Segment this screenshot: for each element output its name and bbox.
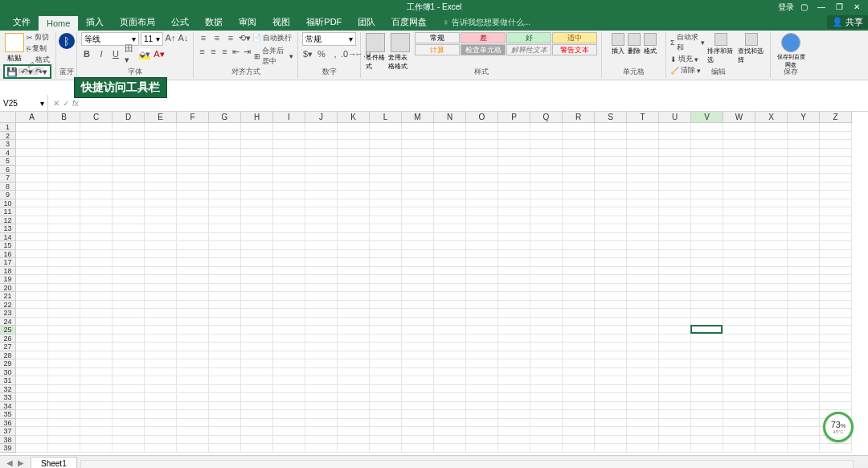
- cell[interactable]: [305, 444, 338, 453]
- row-header[interactable]: 24: [0, 318, 16, 326]
- cell[interactable]: [305, 326, 338, 335]
- cell[interactable]: [273, 267, 305, 276]
- cell[interactable]: [530, 385, 563, 394]
- cell[interactable]: [755, 140, 788, 149]
- cell[interactable]: [498, 444, 530, 453]
- cell[interactable]: [80, 157, 113, 166]
- cell[interactable]: [402, 301, 434, 310]
- cell[interactable]: [113, 149, 145, 158]
- cell[interactable]: [209, 427, 241, 436]
- cell[interactable]: [80, 444, 113, 453]
- cell[interactable]: [466, 436, 498, 445]
- cell[interactable]: [627, 351, 659, 360]
- cell[interactable]: [209, 359, 241, 368]
- cell[interactable]: [273, 292, 305, 301]
- cell[interactable]: [370, 140, 402, 149]
- cell[interactable]: [755, 207, 788, 216]
- select-all-button[interactable]: [0, 112, 16, 123]
- cell[interactable]: [338, 335, 370, 343]
- cell[interactable]: [209, 174, 241, 183]
- cell[interactable]: [273, 444, 305, 453]
- cell[interactable]: [80, 359, 113, 368]
- cell[interactable]: [563, 444, 595, 453]
- cell[interactable]: [370, 258, 402, 267]
- cell[interactable]: [563, 292, 595, 301]
- cell[interactable]: [80, 436, 113, 445]
- cell[interactable]: [113, 267, 145, 276]
- cell[interactable]: [370, 183, 402, 191]
- row-header[interactable]: 21: [0, 292, 16, 301]
- style-good[interactable]: 好: [506, 32, 551, 43]
- cell[interactable]: [305, 427, 338, 436]
- cell[interactable]: [595, 132, 627, 141]
- cell[interactable]: [595, 436, 627, 445]
- cell[interactable]: [80, 419, 113, 428]
- cell[interactable]: [209, 402, 241, 411]
- cell[interactable]: [145, 292, 177, 301]
- cell[interactable]: [820, 402, 852, 411]
- cell[interactable]: [434, 284, 466, 293]
- cell[interactable]: [113, 207, 145, 216]
- enter-formula-icon[interactable]: ✓: [63, 99, 69, 108]
- col-header[interactable]: V: [691, 112, 723, 123]
- cell[interactable]: [723, 199, 755, 208]
- cell[interactable]: [755, 385, 788, 394]
- cell[interactable]: [530, 309, 563, 318]
- cell[interactable]: [788, 250, 820, 259]
- cell[interactable]: [113, 359, 145, 368]
- cell[interactable]: [466, 368, 498, 377]
- cell[interactable]: [370, 149, 402, 158]
- cell[interactable]: [466, 326, 498, 335]
- cell[interactable]: [530, 140, 563, 149]
- cell[interactable]: [530, 174, 563, 183]
- cell[interactable]: [113, 284, 145, 293]
- tab-team[interactable]: 团队: [350, 14, 383, 31]
- cell[interactable]: [145, 402, 177, 411]
- cell[interactable]: [338, 207, 370, 216]
- cell[interactable]: [627, 216, 659, 225]
- cell[interactable]: [820, 166, 852, 174]
- cell[interactable]: [691, 385, 723, 394]
- cell[interactable]: [16, 301, 48, 310]
- cell[interactable]: [402, 351, 434, 360]
- cell[interactable]: [402, 284, 434, 293]
- cell[interactable]: [145, 284, 177, 293]
- cell[interactable]: [691, 343, 723, 351]
- cell[interactable]: [820, 149, 852, 158]
- cell[interactable]: [434, 199, 466, 208]
- cell[interactable]: [788, 216, 820, 225]
- cell[interactable]: [177, 284, 209, 293]
- cell[interactable]: [627, 157, 659, 166]
- cell[interactable]: [627, 393, 659, 402]
- cell[interactable]: [627, 191, 659, 199]
- cell[interactable]: [305, 166, 338, 174]
- col-header[interactable]: L: [370, 112, 402, 123]
- cell[interactable]: [755, 436, 788, 445]
- row-header[interactable]: 18: [0, 267, 16, 276]
- cell[interactable]: [402, 410, 434, 419]
- cell[interactable]: [595, 166, 627, 174]
- tab-layout[interactable]: 页面布局: [112, 14, 163, 31]
- cell[interactable]: [466, 267, 498, 276]
- cell[interactable]: [691, 402, 723, 411]
- cell[interactable]: [241, 335, 273, 343]
- cell[interactable]: [723, 241, 755, 250]
- cell[interactable]: [305, 368, 338, 377]
- cell[interactable]: [820, 157, 852, 166]
- cell[interactable]: [177, 267, 209, 276]
- col-header[interactable]: R: [563, 112, 595, 123]
- italic-button[interactable]: I: [96, 48, 107, 60]
- cell[interactable]: [788, 233, 820, 242]
- cell[interactable]: [48, 335, 80, 343]
- cell[interactable]: [305, 385, 338, 394]
- cell[interactable]: [402, 335, 434, 343]
- cell[interactable]: [755, 284, 788, 293]
- cell[interactable]: [338, 233, 370, 242]
- cell[interactable]: [820, 241, 852, 250]
- cell[interactable]: [113, 326, 145, 335]
- cell[interactable]: [145, 224, 177, 233]
- row-header[interactable]: 26: [0, 335, 16, 343]
- cell[interactable]: [563, 174, 595, 183]
- sort-filter-button[interactable]: 排序和筛选: [706, 32, 735, 65]
- cell[interactable]: [627, 427, 659, 436]
